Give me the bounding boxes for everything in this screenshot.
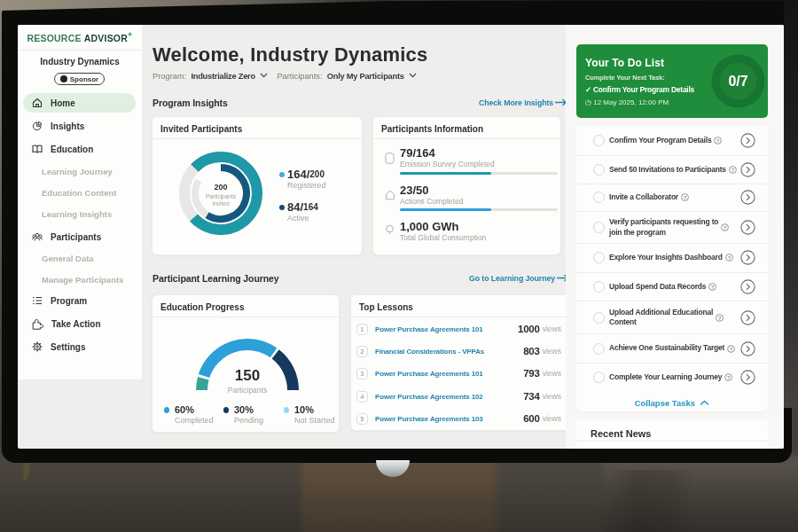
svg-text:Participants: Participants (206, 193, 237, 200)
svg-text:?: ? (724, 225, 727, 231)
svg-text:?: ? (718, 315, 722, 320)
svg-text:Participants: Participants (228, 386, 267, 395)
svg-text:?: ? (732, 167, 735, 172)
svg-text:0/7: 0/7 (728, 74, 747, 89)
svg-text:?: ? (730, 346, 733, 351)
svg-text:200: 200 (214, 183, 227, 192)
svg-text:?: ? (728, 255, 732, 261)
svg-text:?: ? (727, 375, 731, 380)
svg-text:Invited: Invited (212, 200, 230, 207)
svg-text:150: 150 (235, 367, 260, 384)
svg-text:?: ? (716, 138, 720, 144)
svg-text:?: ? (684, 195, 687, 200)
svg-text:?: ? (711, 284, 715, 289)
